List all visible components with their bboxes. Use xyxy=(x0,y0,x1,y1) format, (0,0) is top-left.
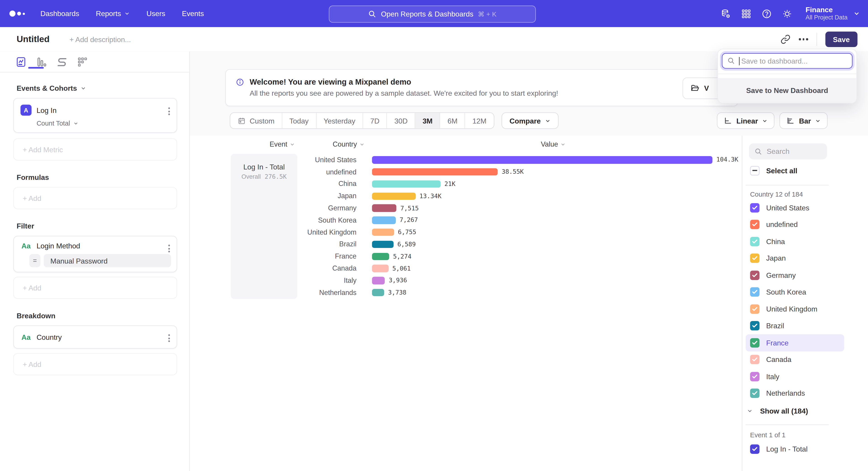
metric-aggregation[interactable]: Count Total xyxy=(14,116,177,127)
legend-checkbox[interactable] xyxy=(750,254,760,263)
legend-row-france[interactable]: France xyxy=(746,334,844,351)
legend-checkbox[interactable] xyxy=(750,271,760,280)
legend-checkbox[interactable] xyxy=(750,203,760,212)
legend-checkbox[interactable] xyxy=(750,321,760,331)
add-breakdown-button[interactable]: + Add xyxy=(13,353,177,375)
legend-row-china[interactable]: China xyxy=(746,233,844,250)
legend-checkbox[interactable] xyxy=(750,220,760,229)
column-header-country[interactable]: Country xyxy=(333,141,365,148)
apps-grid-icon[interactable] xyxy=(741,8,752,19)
legend-row-germany[interactable]: Germany xyxy=(746,267,844,284)
select-all-checkbox[interactable] xyxy=(750,166,760,175)
select-all-row[interactable]: Select all xyxy=(746,162,798,179)
filter-property[interactable]: Login Method xyxy=(37,242,80,250)
bar-segment[interactable] xyxy=(372,289,384,296)
add-description-button[interactable]: + Add description... xyxy=(69,35,131,43)
nav-item-reports[interactable]: Reports xyxy=(96,9,130,18)
legend-checkbox[interactable] xyxy=(750,355,760,364)
column-header-value[interactable]: Value xyxy=(541,141,566,148)
bar-segment[interactable] xyxy=(372,205,397,212)
nav-item-events[interactable]: Events xyxy=(182,9,204,18)
breakdown-property[interactable]: Country xyxy=(37,333,62,342)
bar-segment[interactable] xyxy=(372,156,712,164)
legend-row-south-korea[interactable]: South Korea xyxy=(746,284,844,301)
event-checkbox[interactable] xyxy=(750,444,760,454)
save-dashboard-search-input[interactable]: Save to dashboard... xyxy=(722,53,852,69)
bar-segment[interactable] xyxy=(372,277,385,284)
bar-segment[interactable] xyxy=(372,253,389,260)
report-title[interactable]: Untitled xyxy=(17,34,50,45)
search-icon xyxy=(368,10,377,18)
compare-button[interactable]: Compare xyxy=(502,112,559,129)
date-range-3m[interactable]: 3M xyxy=(415,113,440,128)
global-search-label: Open Reports & Dashboards xyxy=(381,10,473,18)
save-to-new-dashboard-button[interactable]: Save to New Dashboard xyxy=(718,78,856,103)
date-range-custom[interactable]: Custom xyxy=(230,113,282,128)
text-cursor xyxy=(739,57,739,65)
date-range-6m[interactable]: 6M xyxy=(440,113,465,128)
chart-rows: United States104.3Kundefined38.55KChina2… xyxy=(190,154,742,299)
bar-segment[interactable] xyxy=(372,265,389,272)
legend-checkbox[interactable] xyxy=(750,304,760,314)
metric-name[interactable]: Log In xyxy=(37,106,57,115)
add-metric-button[interactable]: + Add Metric xyxy=(13,139,177,160)
legend-row-undefined[interactable]: undefined xyxy=(746,216,844,233)
legend-search-input[interactable]: Search xyxy=(749,143,827,159)
legend-row-brazil[interactable]: Brazil xyxy=(746,317,844,334)
filter-operator[interactable]: = xyxy=(29,254,40,267)
legend-row-netherlands[interactable]: Netherlands xyxy=(746,385,844,402)
legend-row-united-kingdom[interactable]: United Kingdom xyxy=(746,300,844,317)
bar-segment[interactable] xyxy=(372,241,394,248)
date-range-12m[interactable]: 12M xyxy=(465,113,494,128)
global-search-button[interactable]: Open Reports & Dashboards ⌘ + K xyxy=(329,5,536,23)
more-options-button[interactable] xyxy=(799,38,808,40)
bar-segment[interactable] xyxy=(372,229,394,236)
metric-card[interactable]: A Log In Count Total xyxy=(13,98,177,133)
filter-card[interactable]: Aa Login Method = Manual Password xyxy=(13,236,177,272)
legend-checkbox[interactable] xyxy=(750,287,760,297)
column-header-event[interactable]: Event xyxy=(270,141,295,148)
events-cohorts-header[interactable]: Events & Cohorts xyxy=(17,84,177,92)
legend-checkbox[interactable] xyxy=(750,338,760,348)
show-all-button[interactable]: Show all (184) xyxy=(747,407,808,415)
bar-segment[interactable] xyxy=(372,216,396,224)
legend-row-japan[interactable]: Japan xyxy=(746,250,844,267)
event-legend-row[interactable]: Log In - Total xyxy=(746,440,844,458)
add-filter-button[interactable]: + Add xyxy=(13,277,177,299)
tab-flows[interactable] xyxy=(56,56,68,68)
nav-item-users[interactable]: Users xyxy=(147,9,165,18)
add-formula-button[interactable]: + Add xyxy=(13,187,177,209)
legend-row-united-states[interactable]: United States xyxy=(746,199,844,216)
bar-segment[interactable] xyxy=(372,180,440,188)
project-switcher[interactable]: Finance All Project Data xyxy=(806,6,860,21)
date-range-today[interactable]: Today xyxy=(282,113,316,128)
metric-kebab-menu[interactable] xyxy=(167,106,171,116)
filter-value[interactable]: Manual Password xyxy=(43,254,171,267)
tab-insights[interactable] xyxy=(15,56,27,68)
tab-funnels[interactable] xyxy=(35,56,48,68)
help-icon[interactable] xyxy=(761,8,772,19)
tab-retention[interactable] xyxy=(76,56,89,68)
legend-checkbox[interactable] xyxy=(750,389,760,398)
bar-segment[interactable] xyxy=(372,168,498,176)
nav-item-dashboards[interactable]: Dashboards xyxy=(40,9,79,18)
filter-kebab-menu[interactable] xyxy=(167,243,171,254)
data-management-icon[interactable] xyxy=(720,8,732,19)
date-range-7d[interactable]: 7D xyxy=(363,113,387,128)
copy-link-icon[interactable] xyxy=(780,34,790,45)
legend-row-italy[interactable]: Italy xyxy=(746,368,844,385)
settings-gear-icon[interactable] xyxy=(782,8,793,19)
legend-checkbox[interactable] xyxy=(750,237,760,246)
bar-segment[interactable] xyxy=(372,192,416,200)
breakdown-card[interactable]: Aa Country xyxy=(13,326,177,349)
date-range-30d[interactable]: 30D xyxy=(387,113,415,128)
legend-checkbox[interactable] xyxy=(750,372,760,381)
scale-selector-button[interactable]: Linear xyxy=(717,112,775,129)
chart-type-button[interactable]: Bar xyxy=(780,112,828,129)
breakdown-kebab-menu[interactable] xyxy=(167,333,171,343)
mixpanel-logo-icon[interactable] xyxy=(9,10,25,17)
legend-label: Netherlands xyxy=(766,389,805,398)
save-button[interactable]: Save xyxy=(825,31,858,47)
legend-row-canada[interactable]: Canada xyxy=(746,351,844,368)
date-range-yesterday[interactable]: Yesterday xyxy=(316,113,363,128)
